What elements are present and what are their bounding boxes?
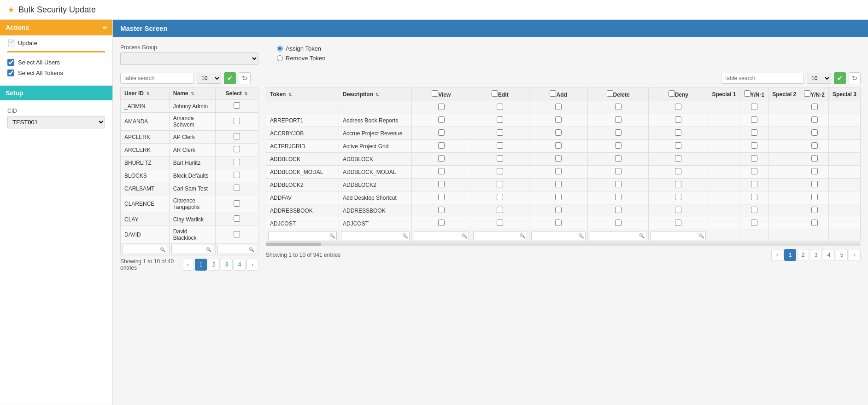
view-checkbox[interactable] <box>438 116 445 123</box>
delete-checkbox[interactable] <box>615 194 622 200</box>
edit-checkbox[interactable] <box>497 207 503 213</box>
tokens-scrollbar-thumb[interactable] <box>266 243 321 246</box>
edit-checkbox[interactable] <box>497 155 503 162</box>
assign-token-radio[interactable] <box>277 46 283 52</box>
edit-checkbox[interactable] <box>497 104 503 110</box>
yn1-checkbox[interactable] <box>751 181 757 187</box>
deny-checkbox[interactable] <box>675 168 681 174</box>
add-checkbox[interactable] <box>555 181 562 187</box>
assign-token-option[interactable]: Assign Token <box>277 45 325 52</box>
users-refresh-button[interactable]: ↻ <box>239 72 251 84</box>
yn1-checkbox[interactable] <box>751 142 757 149</box>
edit-checkbox[interactable] <box>497 129 503 136</box>
edit-checkbox[interactable] <box>497 142 503 149</box>
add-checkbox[interactable] <box>555 220 562 226</box>
update-button[interactable]: 📄 Update <box>0 35 112 50</box>
view-checkbox[interactable] <box>438 207 445 213</box>
user-select-checkbox[interactable] <box>234 118 240 124</box>
add-checkbox[interactable] <box>555 194 562 200</box>
tokens-prev-page[interactable]: ‹ <box>771 249 783 261</box>
yn2-checkbox[interactable] <box>811 142 818 149</box>
view-checkbox[interactable] <box>438 168 445 174</box>
view-header-checkbox[interactable] <box>432 90 438 97</box>
add-checkbox[interactable] <box>555 129 562 136</box>
add-checkbox[interactable] <box>555 207 562 213</box>
user-select-checkbox[interactable] <box>234 231 240 237</box>
delete-col-search[interactable] <box>592 232 639 239</box>
view-col-search[interactable] <box>416 232 461 239</box>
cid-select[interactable]: TEST001 <box>7 116 105 128</box>
delete-checkbox[interactable] <box>615 181 622 187</box>
tokens-per-page-select[interactable]: 10 25 50 100 <box>807 73 831 84</box>
users-page-3[interactable]: 3 <box>221 259 233 271</box>
users-page-4[interactable]: 4 <box>234 259 246 271</box>
yn1-checkbox[interactable] <box>751 104 757 110</box>
edit-checkbox[interactable] <box>497 181 503 187</box>
user-select-checkbox[interactable] <box>234 146 240 152</box>
select-all-users-item[interactable]: Select All Users <box>7 57 105 68</box>
edit-checkbox[interactable] <box>497 194 503 200</box>
users-export-button[interactable]: ✔ <box>224 72 236 84</box>
user-select-checkbox[interactable] <box>234 102 240 109</box>
user-select-checkbox[interactable] <box>234 200 240 207</box>
yn1-checkbox[interactable] <box>751 129 757 136</box>
yn1-checkbox[interactable] <box>751 168 757 174</box>
yn1-checkbox[interactable] <box>751 207 757 213</box>
user-select-checkbox[interactable] <box>234 133 240 139</box>
tokens-next-page[interactable]: › <box>849 249 861 261</box>
yn2-checkbox[interactable] <box>811 181 818 187</box>
users-per-page-select[interactable]: 10 25 50 100 <box>197 73 221 84</box>
yn2-checkbox[interactable] <box>811 207 818 213</box>
yn1-checkbox[interactable] <box>751 155 757 162</box>
token-col-search[interactable] <box>270 232 329 239</box>
select-all-tokens-item[interactable]: Select All Tokens <box>7 68 105 78</box>
yn1-checkbox[interactable] <box>751 220 757 226</box>
users-page-2[interactable]: 2 <box>208 259 220 271</box>
tokens-refresh-button[interactable]: ↻ <box>849 72 861 84</box>
tokens-page-5[interactable]: 5 <box>836 249 848 261</box>
yn1-checkbox[interactable] <box>751 116 757 123</box>
view-checkbox[interactable] <box>438 181 445 187</box>
tokens-scrollbar-track[interactable] <box>266 243 861 246</box>
yn2-checkbox[interactable] <box>811 155 818 162</box>
edit-checkbox[interactable] <box>497 116 503 123</box>
delete-checkbox[interactable] <box>615 104 622 110</box>
tokens-page-4[interactable]: 4 <box>823 249 835 261</box>
deny-checkbox[interactable] <box>675 220 681 226</box>
user-id-col-search[interactable] <box>124 246 160 253</box>
yn2-checkbox[interactable] <box>811 129 818 136</box>
menu-icon[interactable]: ≡ <box>103 23 107 32</box>
yn2-header-checkbox[interactable] <box>804 90 810 97</box>
add-checkbox[interactable] <box>555 142 562 149</box>
tokens-search-input[interactable] <box>721 73 804 84</box>
desc-col-search[interactable] <box>343 232 402 239</box>
user-select-checkbox[interactable] <box>234 159 240 165</box>
yn2-checkbox[interactable] <box>811 168 818 174</box>
add-checkbox[interactable] <box>555 116 562 123</box>
users-prev-page[interactable]: ‹ <box>182 259 194 271</box>
add-checkbox[interactable] <box>555 104 562 110</box>
deny-checkbox[interactable] <box>675 194 681 200</box>
view-checkbox[interactable] <box>438 129 445 136</box>
user-select-checkbox[interactable] <box>234 215 240 222</box>
users-next-page[interactable]: › <box>246 259 258 271</box>
yn2-checkbox[interactable] <box>811 116 818 123</box>
yn2-checkbox[interactable] <box>811 194 818 200</box>
name-col-search[interactable] <box>173 246 206 253</box>
select-col-search[interactable] <box>219 246 249 253</box>
edit-checkbox[interactable] <box>497 220 503 226</box>
deny-checkbox[interactable] <box>675 142 681 149</box>
view-checkbox[interactable] <box>438 104 445 110</box>
deny-header-checkbox[interactable] <box>669 90 675 97</box>
select-all-users-checkbox[interactable] <box>7 59 14 66</box>
delete-header-checkbox[interactable] <box>607 90 613 97</box>
deny-checkbox[interactable] <box>675 207 681 213</box>
edit-col-search[interactable] <box>475 232 520 239</box>
edit-checkbox[interactable] <box>497 168 503 174</box>
deny-checkbox[interactable] <box>675 129 681 136</box>
user-select-checkbox[interactable] <box>234 185 240 191</box>
yn2-checkbox[interactable] <box>811 104 818 110</box>
edit-header-checkbox[interactable] <box>492 90 498 97</box>
add-header-checkbox[interactable] <box>550 90 556 97</box>
tokens-page-1[interactable]: 1 <box>784 249 796 261</box>
